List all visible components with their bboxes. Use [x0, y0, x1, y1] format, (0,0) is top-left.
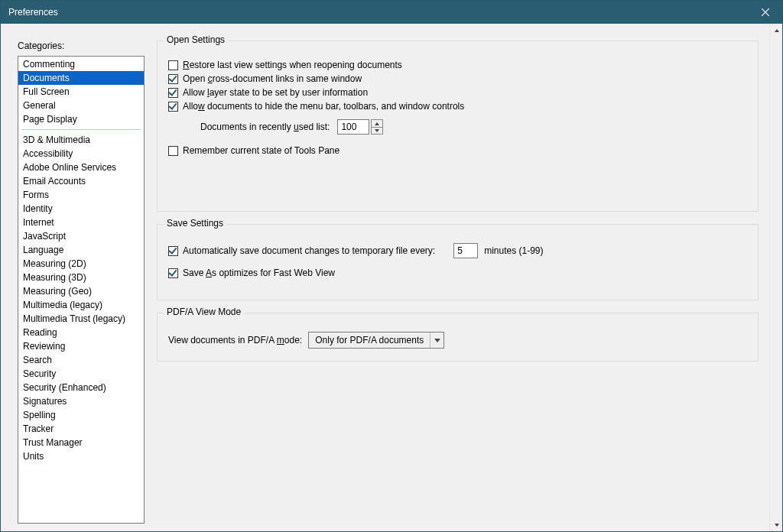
categories-listbox[interactable]: CommentingDocumentsFull ScreenGeneralPag…	[18, 56, 145, 524]
category-item[interactable]: Reviewing	[18, 339, 144, 353]
category-item[interactable]: Page Display	[18, 112, 144, 126]
fastweb-label[interactable]: Save As optimizes for Fast Web View	[183, 268, 335, 278]
category-item[interactable]: Identity	[18, 202, 144, 216]
category-item[interactable]: Tracker	[18, 422, 144, 436]
layer-state-checkbox[interactable]	[168, 88, 178, 98]
category-item[interactable]: Reading	[18, 326, 144, 339]
autosave-checkbox[interactable]	[168, 246, 178, 256]
fastweb-checkbox[interactable]	[168, 268, 178, 278]
category-item[interactable]: Full Screen	[18, 85, 144, 99]
titlebar: Preferences	[1, 1, 782, 24]
dialog-body: Categories: CommentingDocumentsFull Scre…	[1, 24, 782, 531]
content-area: Categories: CommentingDocumentsFull Scre…	[1, 24, 769, 531]
category-item[interactable]: Adobe Online Services	[18, 161, 144, 174]
remember-tools-checkbox[interactable]	[168, 146, 178, 156]
close-icon	[762, 8, 769, 16]
category-item[interactable]: Trust Manager	[18, 436, 144, 449]
remember-tools-row: Remember current state of Tools Pane	[168, 145, 747, 156]
chevron-up-icon	[775, 29, 779, 32]
preferences-window: Preferences Categories: CommentingDocume…	[0, 0, 783, 532]
spinner-up[interactable]	[372, 120, 382, 127]
category-item[interactable]: Signatures	[18, 394, 144, 408]
autosave-unit: minutes (1-99)	[484, 245, 543, 256]
category-item[interactable]: 3D & Multimedia	[18, 133, 144, 147]
vertical-scrollbar[interactable]	[769, 24, 782, 531]
scroll-up-button[interactable]	[770, 24, 783, 37]
layer-state-label[interactable]: Allow layer state to be set by user info…	[183, 87, 368, 98]
autosave-label[interactable]: Automatically save document changes to t…	[183, 245, 435, 256]
save-settings-legend: Save Settings	[164, 218, 226, 229]
category-item[interactable]: Commenting	[18, 57, 144, 71]
category-item[interactable]: Multimedia (legacy)	[18, 298, 144, 312]
category-item[interactable]: Language	[18, 243, 144, 257]
autosave-row: Automatically save document changes to t…	[168, 243, 747, 258]
recent-docs-input[interactable]	[337, 119, 369, 135]
scroll-down-button[interactable]	[770, 518, 783, 531]
restore-view-row: Restore last view settings when reopenin…	[168, 60, 747, 70]
layer-state-row: Allow layer state to be set by user info…	[168, 87, 747, 98]
category-item[interactable]: JavaScript	[18, 229, 144, 243]
category-item[interactable]: Units	[18, 449, 144, 463]
open-settings-group: Open Settings Restore last view settings…	[157, 41, 759, 212]
cross-doc-row: Open cross-document links in same window	[168, 73, 747, 84]
categories-column: Categories: CommentingDocumentsFull Scre…	[18, 41, 149, 521]
category-item[interactable]: Spelling	[18, 408, 144, 422]
category-item[interactable]: Measuring (Geo)	[18, 284, 144, 298]
recent-docs-row: Documents in recently used list:	[168, 119, 747, 135]
category-item[interactable]: General	[18, 99, 144, 112]
pdfa-legend: PDF/A View Mode	[164, 307, 244, 317]
chevron-up-icon	[375, 122, 379, 125]
hide-menubar-row: Allow documents to hide the menu bar, to…	[168, 101, 747, 112]
hide-menubar-label[interactable]: Allow documents to hide the menu bar, to…	[183, 101, 464, 112]
category-item[interactable]: Search	[18, 353, 144, 367]
recent-docs-spinner	[371, 119, 383, 135]
hide-menubar-checkbox[interactable]	[168, 102, 178, 112]
category-item[interactable]: Multimedia Trust (legacy)	[18, 312, 144, 326]
category-item[interactable]: Email Accounts	[18, 174, 144, 188]
category-item[interactable]: Measuring (2D)	[18, 257, 144, 271]
pdfa-group: PDF/A View Mode View documents in PDF/A …	[157, 313, 759, 362]
autosave-minutes-input[interactable]	[453, 243, 478, 258]
restore-view-checkbox[interactable]	[168, 60, 178, 70]
pdfa-mode-select[interactable]: Only for PDF/A documents	[308, 332, 444, 349]
chevron-down-icon	[434, 339, 440, 342]
window-title: Preferences	[8, 7, 58, 18]
chevron-down-icon	[375, 129, 379, 132]
categories-label: Categories:	[18, 41, 149, 51]
chevron-down-icon	[775, 524, 779, 527]
cross-doc-checkbox[interactable]	[168, 74, 178, 84]
fastweb-row: Save As optimizes for Fast Web View	[168, 268, 747, 278]
close-button[interactable]	[749, 1, 782, 24]
category-item[interactable]: Measuring (3D)	[18, 271, 144, 284]
pdfa-mode-value: Only for PDF/A documents	[309, 332, 430, 348]
pdfa-mode-row: View documents in PDF/A mode: Only for P…	[168, 332, 747, 349]
remember-tools-label[interactable]: Remember current state of Tools Pane	[183, 145, 340, 156]
recent-docs-label: Documents in recently used list:	[200, 122, 330, 132]
save-settings-group: Save Settings Automatically save documen…	[157, 224, 759, 300]
dropdown-button[interactable]	[430, 332, 443, 348]
category-item[interactable]: Internet	[18, 216, 144, 229]
pdfa-mode-label: View documents in PDF/A mode:	[168, 335, 302, 345]
category-item[interactable]: Forms	[18, 188, 144, 202]
settings-panel: Open Settings Restore last view settings…	[149, 41, 759, 521]
open-settings-legend: Open Settings	[164, 34, 228, 45]
category-separator	[21, 129, 141, 130]
cross-doc-label[interactable]: Open cross-document links in same window	[183, 73, 362, 84]
category-item[interactable]: Security	[18, 367, 144, 381]
category-item[interactable]: Security (Enhanced)	[18, 381, 144, 394]
spinner-down[interactable]	[372, 127, 382, 134]
restore-view-label[interactable]: Restore last view settings when reopenin…	[183, 60, 402, 70]
category-item[interactable]: Documents	[18, 71, 144, 85]
category-item[interactable]: Accessibility	[18, 147, 144, 161]
